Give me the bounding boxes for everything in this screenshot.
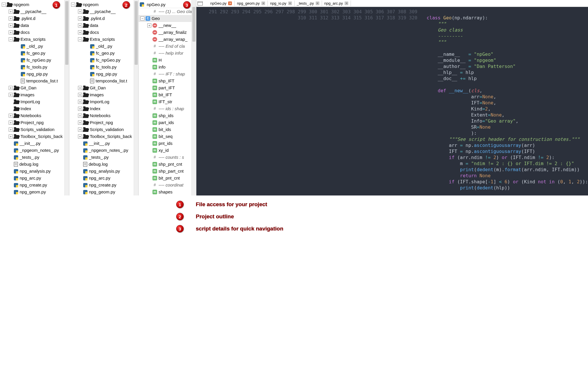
tree-item[interactable]: npg_create.py <box>0 182 69 189</box>
editor-tab[interactable]: npg_arc.py✕ <box>322 1 351 6</box>
outline-item[interactable]: −Geo <box>139 15 196 22</box>
outline-item[interactable]: bit_ids <box>139 126 196 133</box>
outline-item[interactable]: part_IFT <box>139 84 196 91</box>
tree-item[interactable]: npg_arc.py <box>69 175 138 182</box>
scrollbar[interactable] <box>191 0 196 195</box>
tree-item[interactable]: +images <box>0 91 69 98</box>
tree-item[interactable]: +docs <box>0 29 69 36</box>
close-icon[interactable]: ✕ <box>228 1 232 5</box>
outline-item[interactable]: shapes <box>139 189 196 195</box>
tree-item[interactable]: −Extra_scripts <box>69 36 138 43</box>
expand-toggle[interactable]: + <box>78 128 82 132</box>
outline-item[interactable]: IFT_str <box>139 98 196 105</box>
outline-item[interactable]: __array_finaliz <box>139 29 196 36</box>
close-icon[interactable]: ✕ <box>345 1 348 5</box>
tree-item[interactable]: tempconda_list.t <box>69 77 138 84</box>
expand-toggle[interactable]: − <box>2 3 6 7</box>
tree-item[interactable]: npg_pip.py <box>69 71 138 77</box>
tree-item[interactable]: +__pycache__ <box>69 8 138 15</box>
outline-item[interactable]: ---- counts : s <box>139 154 196 161</box>
tree-item[interactable]: fc_geo.py <box>0 50 69 57</box>
close-icon[interactable]: ✕ <box>316 1 319 5</box>
expand-toggle[interactable]: + <box>9 128 13 132</box>
outline-item[interactable]: shp_IFT <box>139 77 196 84</box>
editor-tab[interactable]: npg_io.py✕ <box>268 1 294 6</box>
expand-toggle[interactable]: − <box>78 37 82 41</box>
scrollbar[interactable] <box>134 0 138 195</box>
expand-toggle[interactable]: + <box>78 10 82 14</box>
tree-item[interactable]: +data <box>0 22 69 29</box>
tree-item[interactable]: +data <box>69 22 138 29</box>
outline-item[interactable]: H <box>139 57 196 64</box>
tree-item[interactable]: fc_tools.py <box>69 64 138 71</box>
expand-toggle[interactable]: + <box>9 121 13 125</box>
expand-toggle[interactable]: + <box>9 16 13 21</box>
tree-item[interactable]: npg_geom.py <box>0 189 69 195</box>
outline-item[interactable]: info <box>139 64 196 71</box>
expand-toggle[interactable]: + <box>147 23 151 27</box>
outline-item[interactable]: bit_pnt_cnt <box>139 175 196 182</box>
tree-item[interactable]: +Notebooks <box>0 112 69 119</box>
outline-item[interactable]: shp_ids <box>139 112 196 119</box>
script-outline-panel[interactable]: npGeo.py ---- (1) ... Geo clas−Geo+__new… <box>139 0 196 195</box>
expand-toggle[interactable]: + <box>78 114 82 118</box>
expand-toggle[interactable]: + <box>78 16 82 21</box>
close-icon[interactable]: ✕ <box>288 1 292 5</box>
outline-item[interactable]: ---- help infor <box>139 50 196 57</box>
window-icon[interactable] <box>198 1 203 5</box>
tree-item[interactable]: _npgeom_notes_.py <box>0 147 69 154</box>
tree-item[interactable]: +__pycache__ <box>0 8 69 15</box>
outline-item[interactable]: pnt_ids <box>139 140 196 147</box>
expand-toggle[interactable]: + <box>78 121 82 125</box>
expand-toggle[interactable]: + <box>78 30 82 34</box>
outline-item[interactable]: ---- coordinat <box>139 182 196 189</box>
editor-tab[interactable]: npg_geom.py✕ <box>235 1 268 6</box>
expand-toggle[interactable]: + <box>9 134 13 139</box>
tree-item[interactable]: +Project_npg <box>69 119 138 126</box>
expand-toggle[interactable]: + <box>9 114 13 118</box>
code-body[interactable]: class Geo(np.ndarray): """ Geo class ---… <box>421 7 588 195</box>
tree-item[interactable]: −Extra_scripts <box>0 36 69 43</box>
code-editor[interactable]: 291 292 293 294 295 296 297 298 299 300 … <box>196 7 588 195</box>
tree-item[interactable]: ImportLog <box>0 98 69 105</box>
scrollbar-thumb[interactable] <box>192 7 196 42</box>
tree-item[interactable]: +.pylint.d <box>0 15 69 22</box>
outline-item[interactable]: ---- ids : shap <box>139 105 196 112</box>
tree-item[interactable]: __init__.py <box>69 140 138 147</box>
scrollbar[interactable] <box>64 0 69 195</box>
tree-item[interactable]: +Git_Dan <box>69 84 138 91</box>
tree-item[interactable]: _old_.py <box>0 43 69 50</box>
tree-item[interactable]: __init__.py <box>0 140 69 147</box>
expand-toggle[interactable]: + <box>9 93 13 97</box>
tree-item[interactable]: debug.log <box>69 161 138 168</box>
tree-item[interactable]: fc_geo.py <box>69 50 138 57</box>
tree-item[interactable]: +Toolbox_Scripts_back <box>69 133 138 140</box>
outline-item[interactable]: __array_wrap_ <box>139 36 196 43</box>
expand-toggle[interactable]: + <box>78 100 82 104</box>
tree-item[interactable]: +Notebooks <box>69 112 138 119</box>
tree-item[interactable]: npg_arc.py <box>0 175 69 182</box>
tree-item[interactable]: debug.log <box>0 161 69 168</box>
tree-item[interactable]: +Toolbox_Scripts_back <box>0 133 69 140</box>
tree-item[interactable]: npg_pip.py <box>0 71 69 77</box>
tree-item[interactable]: +ImportLog <box>69 98 138 105</box>
tree-item[interactable]: +Scripts_validation <box>69 126 138 133</box>
editor-tabbar[interactable]: npGeo.py✕npg_geom.py✕npg_io.py✕_tests_.p… <box>196 0 588 7</box>
tree-item[interactable]: npg_geom.py <box>69 189 138 195</box>
outline-item[interactable]: part_ids <box>139 119 196 126</box>
scrollbar-thumb[interactable] <box>65 1 68 65</box>
close-icon[interactable]: ✕ <box>261 1 265 5</box>
tree-item[interactable]: +images <box>69 91 138 98</box>
tree-item[interactable]: npg_analysis.py <box>0 168 69 175</box>
tree-item[interactable]: _tests_.py <box>69 154 138 161</box>
tree-item[interactable]: Index <box>0 105 69 112</box>
expand-toggle[interactable]: + <box>78 107 82 111</box>
tree-item[interactable]: _npgeom_notes_.py <box>69 147 138 154</box>
tree-item[interactable]: +Git_Dan <box>0 84 69 91</box>
tree-item[interactable]: fc_npGeo.py <box>0 57 69 64</box>
outline-item[interactable]: bit_IFT <box>139 91 196 98</box>
file-explorer-panel[interactable]: −npgeom+__pycache__+.pylint.d+data+docs−… <box>0 0 69 195</box>
expand-toggle[interactable]: + <box>9 86 13 90</box>
tree-item[interactable]: +docs <box>69 29 138 36</box>
outline-item[interactable]: ---- (1) ... Geo clas <box>139 8 196 15</box>
